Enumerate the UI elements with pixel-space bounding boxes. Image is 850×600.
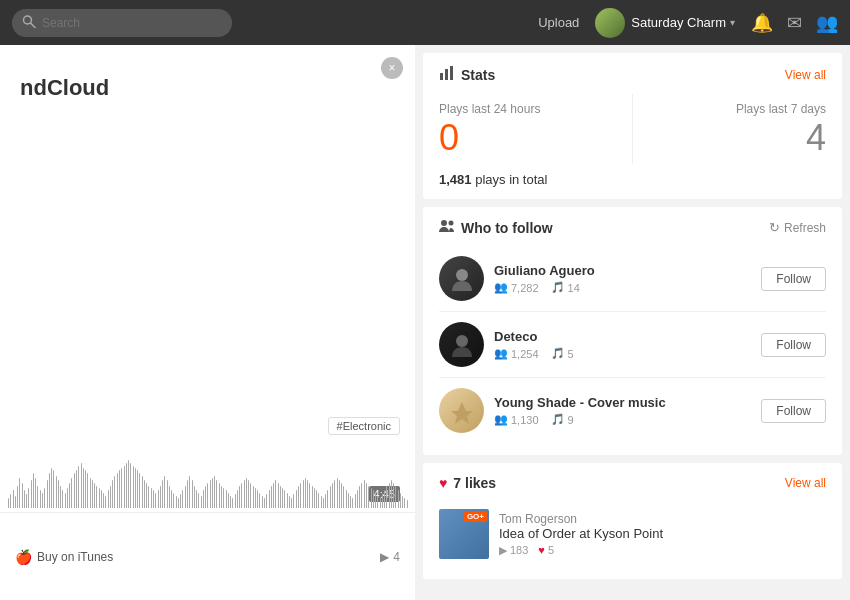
followers-1: 👥 1,254 <box>494 347 539 360</box>
stats-24h-cell: Plays last 24 hours 0 <box>439 94 633 164</box>
itunes-button[interactable]: 🍎 Buy on iTunes <box>15 549 113 565</box>
follow-button-2[interactable]: Follow <box>761 399 826 423</box>
nav-username[interactable]: Saturday Charm <box>631 15 726 30</box>
followers-2: 👥 1,130 <box>494 413 539 426</box>
main-layout: ndCloud × #Electronic 4:45 🍎 Buy on iTun… <box>0 45 850 600</box>
follow-header: Who to follow ↻ Refresh <box>439 219 826 236</box>
player-bottom: 🍎 Buy on iTunes ▶ 4 <box>0 512 415 600</box>
search-input[interactable] <box>12 9 232 37</box>
likes-thumbnail: GO+ <box>439 509 489 559</box>
avatar-deteco <box>439 322 484 367</box>
likes-item: GO+ Tom Rogerson Idea of Order at Kyson … <box>439 501 826 567</box>
right-panel: Stats View all Plays last 24 hours 0 Pla… <box>415 45 850 600</box>
follow-name-1: Deteco <box>494 329 751 344</box>
likes-view-all-link[interactable]: View all <box>785 476 826 490</box>
notification-icon[interactable]: 🔔 <box>751 12 773 34</box>
waveform <box>0 433 415 508</box>
tracks-icon-1: 🎵 <box>551 347 565 360</box>
avatar-youngshade <box>439 388 484 433</box>
tracks-count-1: 5 <box>568 348 574 360</box>
follow-meta-0: 👥 7,282 🎵 14 <box>494 281 751 294</box>
follow-item: Young Shade - Cover music 👥 1,130 🎵 9 Fo… <box>439 378 826 443</box>
stats-view-all-link[interactable]: View all <box>785 68 826 82</box>
search-wrap <box>12 9 232 37</box>
refresh-icon: ↻ <box>769 220 780 235</box>
svg-rect-2 <box>440 73 443 80</box>
likes-info-0: Tom Rogerson Idea of Order at Kyson Poin… <box>499 512 826 557</box>
followers-icon-2: 👥 <box>494 413 508 426</box>
likes-label: 7 likes <box>453 475 496 491</box>
svg-point-7 <box>456 269 468 281</box>
tracks-0: 🎵 14 <box>551 281 580 294</box>
tracks-icon-0: 🎵 <box>551 281 565 294</box>
branding-text: ndCloud <box>0 45 415 111</box>
message-icon[interactable]: ✉ <box>787 12 802 34</box>
stats-label: Stats <box>461 67 495 83</box>
likes-section: ♥ 7 likes View all GO+ Tom Rogerson Idea… <box>423 463 842 579</box>
follow-item: Deteco 👥 1,254 🎵 5 Follow <box>439 312 826 378</box>
followers-icon-1: 👥 <box>494 347 508 360</box>
tracks-count-0: 14 <box>568 282 580 294</box>
close-button[interactable]: × <box>381 57 403 79</box>
itunes-label: Buy on iTunes <box>37 550 113 564</box>
followers-icon-0: 👥 <box>494 281 508 294</box>
tracks-2: 🎵 9 <box>551 413 574 426</box>
refresh-label: Refresh <box>784 221 826 235</box>
likes-heart-count: 5 <box>548 544 554 556</box>
svg-point-5 <box>441 220 447 226</box>
avatar-giuliano <box>439 256 484 301</box>
stats-section: Stats View all Plays last 24 hours 0 Pla… <box>423 53 842 199</box>
tracks-1: 🎵 5 <box>551 347 574 360</box>
follow-title: Who to follow <box>439 219 553 236</box>
stats-24h-value: 0 <box>439 120 612 156</box>
refresh-button[interactable]: ↻ Refresh <box>769 220 826 235</box>
heart-icon-likes: ♥ <box>538 544 545 556</box>
stats-total-label: plays in total <box>475 172 547 187</box>
svg-rect-3 <box>445 69 448 80</box>
followers-count-2: 1,130 <box>511 414 539 426</box>
follow-icon <box>439 219 455 236</box>
left-panel: ndCloud × #Electronic 4:45 🍎 Buy on iTun… <box>0 45 415 600</box>
likes-meta-0: ▶ 183 ♥ 5 <box>499 544 826 557</box>
stats-header: Stats View all <box>439 65 826 84</box>
follow-info-2: Young Shade - Cover music 👥 1,130 🎵 9 <box>494 395 751 426</box>
play-icon-likes: ▶ <box>499 544 507 557</box>
stats-total: 1,481 plays in total <box>439 172 826 187</box>
top-nav: Upload Saturday Charm ▾ 🔔 ✉ 👥 <box>0 0 850 45</box>
stats-7d-value: 4 <box>653 120 826 156</box>
likes-plays: ▶ 183 <box>499 544 528 557</box>
stats-7d-cell: Plays last 7 days 4 <box>633 94 826 164</box>
tracks-icon-2: 🎵 <box>551 413 565 426</box>
follow-name-2: Young Shade - Cover music <box>494 395 751 410</box>
svg-point-8 <box>456 335 468 347</box>
stats-icon <box>439 65 455 84</box>
likes-title: ♥ 7 likes <box>439 475 496 491</box>
chevron-down-icon: ▾ <box>730 17 735 28</box>
follow-name-0: Giuliano Aguero <box>494 263 751 278</box>
stats-grid: Plays last 24 hours 0 Plays last 7 days … <box>439 94 826 164</box>
stats-7d-label: Plays last 7 days <box>653 102 826 116</box>
follow-item: Giuliano Aguero 👥 7,282 🎵 14 Follow <box>439 246 826 312</box>
followers-count-0: 7,282 <box>511 282 539 294</box>
follow-button-0[interactable]: Follow <box>761 267 826 291</box>
apple-icon: 🍎 <box>15 549 32 565</box>
follow-info-0: Giuliano Aguero 👥 7,282 🎵 14 <box>494 263 751 294</box>
plays-value: 4 <box>393 550 400 564</box>
avatar <box>595 8 625 38</box>
go-plus-badge: GO+ <box>464 511 487 522</box>
stats-title: Stats <box>439 65 495 84</box>
likes-artist-0: Tom Rogerson <box>499 512 826 526</box>
upload-link[interactable]: Upload <box>538 15 579 30</box>
likes-header: ♥ 7 likes View all <box>439 475 826 491</box>
likes-title-0: Idea of Order at Kyson Point <box>499 526 826 541</box>
follow-meta-1: 👥 1,254 🎵 5 <box>494 347 751 360</box>
followers-0: 👥 7,282 <box>494 281 539 294</box>
follow-button-1[interactable]: Follow <box>761 333 826 357</box>
stats-total-value: 1,481 <box>439 172 472 187</box>
player-area: ndCloud × #Electronic 4:45 🍎 Buy on iTun… <box>0 45 415 600</box>
plays-count: ▶ 4 <box>380 550 400 564</box>
likes-count: ♥ 5 <box>538 544 554 557</box>
people-icon[interactable]: 👥 <box>816 12 838 34</box>
followers-count-1: 1,254 <box>511 348 539 360</box>
follow-info-1: Deteco 👥 1,254 🎵 5 <box>494 329 751 360</box>
